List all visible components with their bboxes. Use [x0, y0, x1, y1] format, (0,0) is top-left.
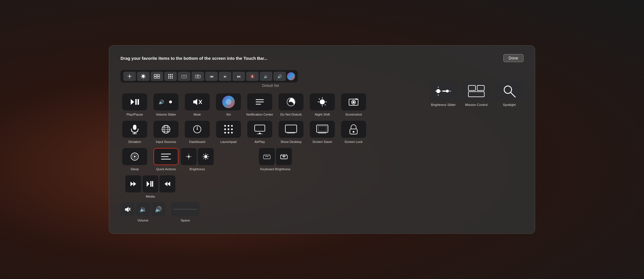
tb-play-pause[interactable]: ⏯: [219, 72, 231, 81]
svg-point-67: [224, 128, 226, 130]
item-input-sources[interactable]: Input Sources: [152, 121, 180, 143]
svg-text:🔊: 🔊: [159, 99, 164, 105]
item-media-play-pause[interactable]: [142, 175, 158, 192]
item-volume-slider[interactable]: 🔊 Volume Slider: [152, 93, 180, 116]
svg-point-71: [228, 132, 229, 134]
item-mute[interactable]: Mute: [183, 93, 211, 116]
item-night-shift[interactable]: Night Shift: [308, 93, 336, 116]
svg-marker-116: [147, 181, 149, 187]
tb-brightness-down[interactable]: [123, 72, 136, 81]
item-media-rewind[interactable]: [125, 175, 141, 192]
svg-point-68: [228, 128, 229, 130]
svg-rect-14: [154, 74, 157, 76]
item-siri[interactable]: Siri: [214, 93, 243, 116]
item-quick-actions[interactable]: Quick Actions: [152, 148, 180, 171]
tb-vol-up[interactable]: 🔊: [273, 72, 286, 81]
svg-line-47: [319, 99, 320, 100]
tb-brightness-up[interactable]: [137, 72, 149, 81]
tb-kb-bright-down[interactable]: [178, 72, 190, 81]
svg-line-99: [203, 154, 204, 155]
svg-point-26: [172, 77, 173, 79]
item-play-pause[interactable]: Play/Pause: [121, 93, 149, 116]
touchbar-container: ⏮ ⏯ ⏭ 🔇 🔉 🔊: [121, 70, 298, 83]
item-do-not-disturb[interactable]: Do Not Disturb: [277, 93, 305, 116]
svg-point-62: [197, 129, 198, 130]
item-mission-control[interactable]: Mission Control: [462, 81, 491, 106]
svg-point-124: [436, 89, 440, 93]
instruction-text: Drag your favorite items to the bottom o…: [121, 56, 267, 61]
svg-point-42: [320, 99, 325, 104]
svg-rect-76: [285, 125, 297, 132]
item-volume-group: 🔉 🔊 Volume: [121, 202, 165, 222]
svg-rect-17: [157, 77, 160, 78]
tb-fast-forward[interactable]: ⏭: [232, 72, 245, 81]
item-launchpad[interactable]: Launchpad: [214, 121, 243, 143]
item-vol-down[interactable]: 🔉: [136, 202, 150, 216]
right-row-1: Brightness Slider Mission Control: [429, 81, 523, 106]
tb-siri[interactable]: [287, 72, 295, 80]
item-kb-brightness-down[interactable]: [259, 148, 275, 165]
svg-line-48: [325, 104, 326, 106]
item-notification-center[interactable]: Notification Center: [246, 93, 274, 116]
panel-header: Drag your favorite items to the bottom o…: [121, 54, 523, 62]
item-screen-lock[interactable]: Screen Lock: [339, 121, 368, 143]
item-media-group: Media: [121, 175, 180, 198]
item-brightness-up[interactable]: [198, 148, 214, 165]
svg-rect-33: [135, 99, 137, 105]
svg-point-82: [353, 131, 354, 133]
tb-mute[interactable]: 🔇: [246, 72, 259, 81]
item-dashboard[interactable]: Dashboard: [183, 121, 211, 143]
svg-line-10: [142, 75, 142, 75]
svg-point-20: [172, 74, 173, 75]
svg-point-36: [169, 100, 172, 103]
svg-rect-53: [133, 125, 136, 130]
svg-point-89: [188, 155, 190, 158]
svg-point-131: [446, 90, 449, 93]
svg-line-11: [144, 77, 145, 78]
svg-rect-52: [355, 99, 358, 100]
svg-point-69: [231, 128, 233, 130]
item-media-forward[interactable]: [159, 175, 175, 192]
spacer2: [308, 148, 336, 171]
item-screen-saver[interactable]: Screen Saver: [308, 121, 336, 143]
tb-launchpad[interactable]: [164, 72, 177, 81]
item-vol-up[interactable]: 🔊: [151, 202, 165, 216]
tb-rewind[interactable]: ⏮: [205, 72, 218, 81]
item-sleep[interactable]: Sleep: [121, 148, 149, 171]
done-button[interactable]: Done: [503, 54, 523, 62]
svg-rect-117: [150, 181, 151, 187]
item-show-desktop[interactable]: Show Desktop: [277, 121, 305, 143]
svg-rect-27: [182, 75, 187, 78]
item-brightness-slider[interactable]: Brightness Slider: [429, 81, 458, 106]
item-space[interactable]: Space: [171, 202, 200, 222]
svg-point-19: [170, 74, 171, 75]
item-airplay[interactable]: AirPlay: [246, 121, 274, 143]
item-kb-brightness-up[interactable]: [276, 148, 292, 165]
svg-point-65: [228, 125, 229, 127]
right-section: Brightness Slider Mission Control: [429, 70, 523, 222]
svg-line-100: [207, 158, 208, 159]
tb-mission-control[interactable]: [151, 72, 163, 81]
svg-point-66: [231, 125, 233, 127]
svg-point-5: [142, 75, 145, 78]
item-brightness-down[interactable]: [181, 148, 197, 165]
svg-line-13: [144, 75, 145, 75]
svg-line-136: [511, 93, 515, 97]
item-dictation[interactable]: Dictation: [121, 121, 149, 143]
svg-line-111: [281, 154, 282, 155]
svg-line-101: [203, 158, 204, 159]
tb-vol-down[interactable]: 🔉: [260, 72, 272, 81]
svg-point-25: [170, 77, 171, 79]
svg-point-24: [168, 77, 169, 79]
item-screenshot[interactable]: Screenshot: [339, 93, 368, 116]
svg-rect-34: [138, 99, 139, 105]
svg-rect-118: [152, 181, 153, 187]
svg-rect-15: [157, 74, 160, 76]
svg-point-64: [224, 125, 226, 127]
svg-point-23: [172, 76, 173, 77]
svg-point-22: [170, 76, 171, 77]
item-spotlight[interactable]: Spotlight: [495, 81, 523, 106]
svg-line-102: [207, 154, 208, 155]
item-vol-mute[interactable]: [121, 202, 135, 216]
tb-kb-bright-up[interactable]: [192, 72, 204, 81]
